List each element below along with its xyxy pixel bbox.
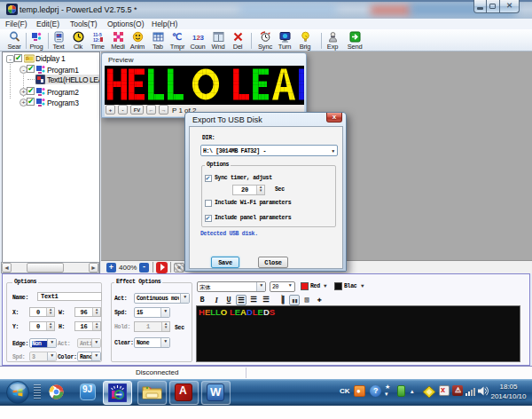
svg-text:℃: ℃ xyxy=(172,32,182,42)
svg-text:11-5: 11-5 xyxy=(93,32,102,37)
svg-text:3: 3 xyxy=(200,34,204,42)
